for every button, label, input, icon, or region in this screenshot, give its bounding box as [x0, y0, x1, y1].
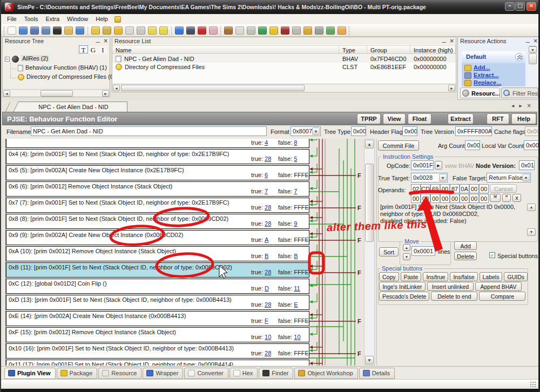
grip[interactable]	[2, 26, 6, 36]
instruction-scrollbar[interactable]: ▲ ▼	[364, 139, 375, 366]
pin-icon[interactable]: ⚊	[525, 38, 530, 44]
actions-scrollbar[interactable]: ▲ ▼	[528, 46, 538, 86]
move-up-button[interactable]: ▲	[403, 244, 410, 251]
desc-scroll-down[interactable]: ▼	[527, 228, 536, 236]
float-button[interactable]: Float	[408, 113, 431, 124]
sep[interactable]	[169, 26, 173, 36]
move-lines-input[interactable]: 0x0001	[411, 246, 435, 256]
tab-converter[interactable]: Converter	[184, 368, 228, 379]
tree-version-input[interactable]: 0xFFFF800A	[455, 126, 492, 136]
hand-icon[interactable]	[245, 26, 256, 36]
editor-tab[interactable]: NPC - Get Alien Dad - NID	[19, 102, 127, 112]
eraser-icon[interactable]	[207, 26, 219, 36]
operand-byte[interactable]: 00	[450, 194, 460, 203]
web-search-icon[interactable]	[74, 26, 85, 36]
rft-button[interactable]: RFT	[487, 113, 509, 124]
false-target-link[interactable]: 8	[294, 139, 297, 146]
list-hscrollbar[interactable]: ◄►	[112, 84, 456, 91]
special-button[interactable]: Pescado's Delete	[379, 292, 429, 301]
Directory of Compressed Files[interactable]: Directory of Compressed Files CLST0xE86B…	[112, 63, 456, 71]
operand-byte[interactable]: 69	[430, 184, 440, 193]
close-file-icon[interactable]	[51, 26, 63, 36]
users-lock-icon[interactable]	[325, 26, 336, 36]
false-target-link[interactable]: FFFE	[294, 350, 309, 356]
grip[interactable]	[219, 26, 222, 36]
pin-icon[interactable]: ⚊	[96, 38, 100, 44]
user-dark-icon[interactable]	[185, 26, 196, 36]
menu-item[interactable]: Extra	[42, 14, 63, 24]
instruction-row[interactable]: true:4 false:8	[6, 139, 309, 148]
close-button[interactable]: ✕	[526, 2, 536, 11]
header-flag-input[interactable]: 0x00	[402, 126, 417, 136]
list-column-headers[interactable]: NameTypeGroupInstance (high)	[112, 45, 456, 54]
local-var-count-input[interactable]: 0x00	[524, 140, 539, 150]
comment-icon[interactable]	[135, 26, 146, 36]
operand-byte[interactable]: 00	[460, 194, 469, 203]
instruction-row[interactable]: 0x10 (16): [prim 0x001F] Set to Next (St…	[6, 343, 309, 359]
tab-resource-actions[interactable]: Resourc...	[460, 87, 500, 98]
menu-item[interactable]: File	[3, 14, 21, 24]
instruction-row[interactable]: 0xE (14): [prim 0x002A] Create New Objec…	[6, 311, 309, 326]
cancel-button[interactable]: Cancel	[490, 184, 517, 193]
notes-icon[interactable]	[146, 26, 158, 36]
false-target-link[interactable]: 11	[294, 285, 300, 292]
collapse-icon[interactable]: –	[5, 57, 10, 62]
opcode-input[interactable]: 0x001F	[411, 160, 434, 170]
tree-root[interactable]: –AllRes (2)	[5, 55, 125, 64]
node-version-input[interactable]: 0x01	[519, 160, 535, 170]
true-target-link[interactable]: 4	[265, 139, 268, 146]
special-button[interactable]: Inge's InitLinker	[379, 282, 426, 291]
true-target-link[interactable]: 28	[265, 269, 271, 275]
true-target-link[interactable]: A	[265, 236, 268, 243]
filename-input[interactable]: NPC - Get Alien Dad - NID	[31, 126, 267, 136]
tab-package[interactable]: Package	[57, 368, 98, 379]
operand-byte[interactable]: 00	[411, 194, 421, 203]
open-file-icon[interactable]	[17, 26, 29, 36]
tree-item[interactable]: Behaviour Function (BHAV) (1)	[5, 64, 125, 73]
true-target-link[interactable]: 28	[265, 156, 271, 162]
quote-button[interactable]: ”	[502, 194, 511, 202]
tab-details[interactable]: Details	[359, 368, 395, 379]
delete-table-icon[interactable]	[124, 26, 135, 36]
collapse-chevron-icon[interactable]	[515, 53, 523, 61]
commit-file-button[interactable]: Commit File	[378, 140, 419, 151]
special-button[interactable]: Compare	[479, 292, 525, 301]
package-icon[interactable]	[222, 26, 234, 36]
instruction-row[interactable]: 0x8 (8): [prim 0x001F] Set to Next (Stac…	[6, 214, 309, 229]
NPC - Get Alien Dad - NID[interactable]: NPC - Get Alien Dad - NID BHAV0x7FD46CD0…	[112, 55, 456, 63]
tab-plugin-view[interactable]: Plugin View	[4, 368, 56, 379]
tree-type-input[interactable]: 0x00	[351, 126, 366, 136]
add-link[interactable]: Add...	[464, 64, 525, 72]
instruction-row[interactable]: 0xD (13): [prim 0x001F] Set to Next (Sta…	[6, 295, 309, 310]
special-button[interactable]: Append BHAV	[475, 282, 522, 291]
sort-button[interactable]: Sort	[379, 247, 399, 256]
false-target-link[interactable]: 7	[294, 188, 297, 194]
tree-item[interactable]: Directory of Compressed Files (CLST	[5, 73, 125, 83]
tree-hscrollbar[interactable]: ◄►	[3, 89, 110, 97]
special-buttons-checkbox[interactable]: ✓	[489, 252, 495, 258]
close-panel-icon[interactable]: ×	[104, 38, 108, 44]
instruction-row[interactable]: 0x7 (7): [prim 0x001F] Set to Next (Stac…	[6, 198, 309, 213]
true-target-link[interactable]: 28	[265, 204, 271, 211]
camera-icon[interactable]	[313, 26, 325, 36]
restore-icon[interactable]	[112, 26, 124, 36]
extract-button[interactable]: Extract	[448, 113, 474, 124]
instruction-row[interactable]: 0xF (15): [prim 0x0012] Remove Object In…	[6, 327, 309, 342]
operand-byte[interactable]: 02	[411, 184, 421, 193]
operand-byte[interactable]: 00	[469, 184, 479, 193]
instruction-row[interactable]: 0xA (10): [prim 0x0012] Remove Object In…	[6, 246, 309, 261]
operand-byte[interactable]: 00	[479, 194, 489, 203]
operand-byte[interactable]: 00	[440, 184, 450, 193]
operand-byte[interactable]: 00	[421, 194, 430, 203]
instruction-row[interactable]: 0x11 (17): [prim 0x001F] Set to Next (St…	[6, 360, 309, 366]
true-target-link[interactable]: 6	[265, 172, 268, 178]
special-button[interactable]: Paste	[401, 272, 422, 281]
tab-object-workshop[interactable]: Object Workshop	[294, 368, 357, 379]
instruction-row[interactable]: 0xB (11): [prim 0x001F] Set to Next (Sta…	[6, 262, 309, 278]
add-button[interactable]: Add	[454, 241, 477, 250]
tab-filter-resources[interactable]: Filter Res...	[501, 87, 538, 98]
pin-icon[interactable]: ⚊	[442, 38, 447, 44]
format-combo[interactable]: 0x8007▼	[291, 126, 321, 136]
replace-link[interactable]: Replace...	[464, 79, 525, 86]
instruction-row[interactable]: 0x9 (9): [prim 0x002A] Create New Object…	[6, 230, 309, 245]
